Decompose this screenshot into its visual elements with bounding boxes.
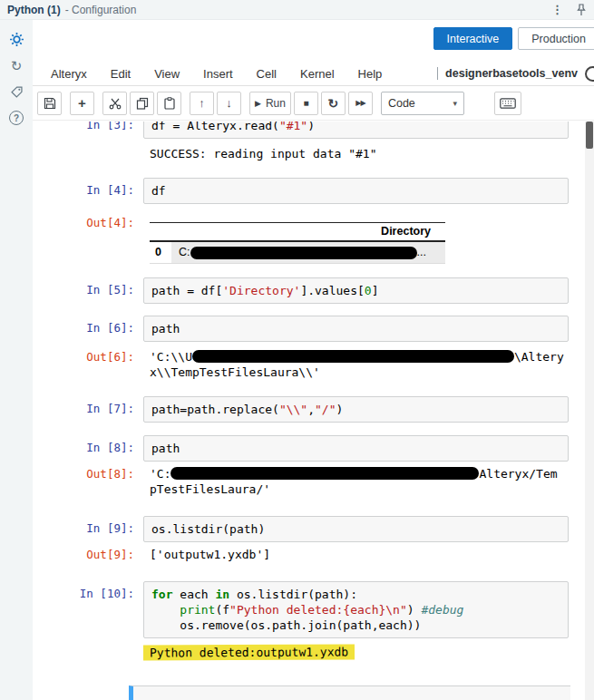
out-in3-stream: SUCCESS: reading input data "#1" bbox=[150, 146, 585, 161]
plus-icon: + bbox=[78, 96, 86, 110]
move-cell-down-button[interactable]: ↓ bbox=[217, 92, 241, 115]
next-cell[interactable] bbox=[129, 685, 570, 700]
paste-cells-button[interactable] bbox=[157, 92, 181, 115]
menu-divider bbox=[437, 67, 438, 80]
kernel-area: designerbasetools_venv bbox=[437, 66, 594, 82]
output-line: 'C:Alteryx/Tem bbox=[150, 466, 569, 481]
code-line: for each in os.listdir(path): bbox=[151, 587, 560, 602]
cell-in8: In [8]:path bbox=[33, 435, 585, 462]
restart-kernel-button[interactable]: ↻ bbox=[321, 92, 346, 115]
code-line: os.listdir(path) bbox=[151, 521, 560, 537]
toolbar: + ↑ bbox=[33, 86, 594, 121]
code-token: path = df[ bbox=[151, 284, 222, 297]
help-icon[interactable]: ? bbox=[5, 108, 28, 128]
code-input[interactable]: path=path.replace("\\","/") bbox=[143, 396, 569, 423]
code-input[interactable]: path = df['Directory'].values[0] bbox=[143, 277, 569, 304]
code-input[interactable]: df = Alteryx.read("#1") bbox=[143, 122, 569, 139]
cut-cells-button[interactable] bbox=[102, 92, 127, 115]
code-token: each bbox=[172, 588, 215, 601]
menu-insert[interactable]: Insert bbox=[203, 67, 233, 81]
vertical-scrollbar[interactable] bbox=[585, 122, 594, 700]
code-input[interactable]: os.listdir(path) bbox=[143, 516, 569, 542]
menu-view[interactable]: View bbox=[154, 67, 180, 81]
cell-type-value: Code bbox=[388, 97, 415, 110]
code-line: path bbox=[151, 441, 560, 456]
code-token: path=path.replace( bbox=[151, 403, 279, 416]
redaction-mark bbox=[190, 247, 417, 259]
restart-icon: ↻ bbox=[328, 96, 339, 111]
redaction-mark bbox=[170, 467, 479, 480]
out8: Out[8]:'C:Alteryx/TempTestFilesLaura/' bbox=[33, 466, 585, 497]
sync-icon[interactable]: ↻ bbox=[5, 55, 28, 75]
code-token-str: "#1" bbox=[279, 122, 307, 132]
code-line: os.remove(os.path.join(path,each)) bbox=[151, 617, 560, 633]
cell-type-select[interactable]: Code ▾ bbox=[381, 92, 464, 115]
code-token-str: "/" bbox=[315, 403, 336, 416]
code-token: x\\TempTestFilesLaura\\' bbox=[150, 365, 320, 379]
menu-cell[interactable]: Cell bbox=[257, 67, 277, 81]
menu-kernel[interactable]: Kernel bbox=[300, 67, 335, 81]
python-configuration-window: Python (1) - Configuration ⋮ ↻ bbox=[0, 0, 594, 700]
output-prompt: Out[4]: bbox=[33, 215, 143, 229]
code-line: path = df['Directory'].values[0] bbox=[151, 283, 560, 298]
run-button[interactable]: ▶ Run bbox=[249, 92, 291, 115]
output-prompt: Out[8]: bbox=[33, 466, 143, 481]
scrollbar-thumb[interactable] bbox=[586, 122, 593, 149]
row-index: 0 bbox=[150, 241, 171, 263]
arrow-down-icon: ↓ bbox=[226, 96, 232, 110]
tag-icon[interactable] bbox=[5, 82, 28, 102]
kernel-name: designerbasetools_venv bbox=[445, 67, 578, 80]
command-palette-button[interactable] bbox=[494, 92, 521, 115]
notebook-panel: Interactive Production AlteryxEditViewIn… bbox=[33, 20, 594, 700]
table-column-header: Directory bbox=[171, 223, 445, 242]
value-suffix: ... bbox=[417, 246, 426, 258]
code-input[interactable]: path bbox=[143, 316, 569, 342]
restart-run-all-button[interactable]: ▶▶ bbox=[348, 92, 373, 115]
dataframe-table: Directory0C:... bbox=[150, 222, 445, 264]
code-line: df = Alteryx.read("#1") bbox=[151, 122, 560, 133]
save-button[interactable] bbox=[37, 92, 62, 115]
cell-in4: In [4]:df bbox=[33, 178, 585, 204]
code-input[interactable]: for each in os.listdir(path): print(f"Py… bbox=[143, 581, 569, 638]
chevron-down-icon: ▾ bbox=[453, 99, 457, 108]
code-token: 'C: bbox=[150, 467, 170, 481]
move-cell-up-button[interactable]: ↑ bbox=[190, 92, 214, 115]
menu-bar: AlteryxEditViewInsertCellKernelHelp desi… bbox=[33, 62, 594, 86]
gear-icon[interactable] bbox=[5, 29, 28, 49]
menu-help[interactable]: Help bbox=[358, 67, 383, 81]
code-token: 'C:\\U bbox=[150, 350, 192, 364]
code-input[interactable]: path bbox=[143, 435, 569, 462]
title-bar: Python (1) - Configuration ⋮ bbox=[0, 0, 594, 20]
out10-stream: Python deleted:outputw1.yxdb bbox=[150, 645, 585, 660]
interrupt-kernel-button[interactable]: ■ bbox=[294, 92, 318, 115]
input-prompt: In [9]: bbox=[33, 516, 143, 535]
code-token-kw: in bbox=[215, 588, 229, 601]
code-token-str: "Python deleted:{each}\n" bbox=[229, 603, 407, 617]
pin-icon[interactable] bbox=[576, 4, 587, 16]
menu-edit[interactable]: Edit bbox=[111, 67, 131, 81]
window-title-suffix: - Configuration bbox=[65, 4, 137, 16]
highlighted-output-text: Python deleted:outputw1.yxdb bbox=[143, 644, 355, 660]
out4: Out[4]:Directory0C:... bbox=[33, 215, 585, 264]
play-icon: ▶ bbox=[255, 99, 261, 108]
code-token-str: "\\" bbox=[279, 403, 307, 416]
add-cell-button[interactable]: + bbox=[70, 92, 94, 115]
tab-production[interactable]: Production bbox=[518, 27, 594, 50]
tab-interactive[interactable]: Interactive bbox=[433, 27, 513, 50]
copy-icon bbox=[136, 97, 149, 110]
window-title: Python (1) bbox=[7, 4, 61, 16]
stop-icon: ■ bbox=[303, 98, 308, 108]
cell-in7: In [7]:path=path.replace("\\","/") bbox=[33, 396, 585, 423]
code-input[interactable]: df bbox=[143, 178, 569, 204]
code-token: ] bbox=[372, 284, 379, 297]
code-line: df bbox=[151, 183, 560, 199]
code-token: df bbox=[151, 184, 166, 198]
tool-sidebar: ↻ ? bbox=[0, 20, 33, 700]
input-prompt: In [5]: bbox=[33, 277, 143, 297]
copy-cells-button[interactable] bbox=[130, 92, 154, 115]
input-prompt: In [3]: bbox=[33, 122, 143, 131]
more-options-icon[interactable]: ⋮ bbox=[551, 4, 563, 15]
output-line: x\\TempTestFilesLaura\\' bbox=[150, 365, 569, 380]
menu-alteryx[interactable]: Alteryx bbox=[51, 67, 87, 81]
save-icon bbox=[44, 97, 56, 110]
